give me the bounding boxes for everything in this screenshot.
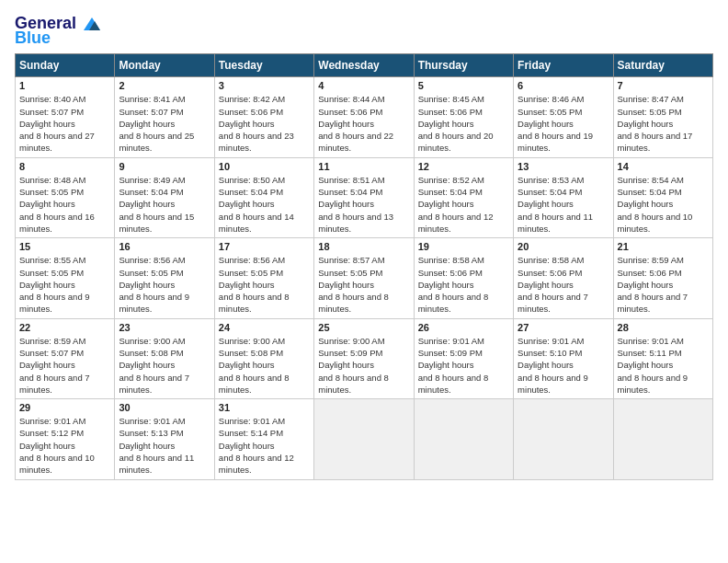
- calendar-cell: 3 Sunrise: 8:42 AMSunset: 5:06 PMDayligh…: [214, 77, 313, 157]
- day-header-sunday: Sunday: [16, 54, 115, 77]
- cell-text: Sunrise: 8:48 AMSunset: 5:05 PMDaylight …: [19, 175, 95, 234]
- calendar-cell: 9 Sunrise: 8:49 AMSunset: 5:04 PMDayligh…: [115, 157, 214, 237]
- day-number: 27: [518, 322, 609, 333]
- calendar-cell: 28 Sunrise: 9:01 AMSunset: 5:11 PMDaylig…: [613, 318, 712, 398]
- cell-text: Sunrise: 9:01 AMSunset: 5:13 PMDaylight …: [119, 416, 194, 475]
- logo-blue: Blue: [15, 29, 51, 48]
- cell-text: Sunrise: 8:41 AMSunset: 5:07 PMDaylight …: [119, 94, 194, 153]
- calendar-week-row: 15 Sunrise: 8:55 AMSunset: 5:05 PMDaylig…: [16, 238, 713, 318]
- day-number: 2: [119, 80, 210, 91]
- day-number: 28: [618, 322, 709, 333]
- day-number: 13: [518, 161, 609, 172]
- day-number: 14: [618, 161, 709, 172]
- day-number: 5: [418, 80, 509, 91]
- cell-text: Sunrise: 8:44 AMSunset: 5:06 PMDaylight …: [318, 94, 393, 153]
- day-number: 31: [219, 402, 310, 413]
- logo: General Blue: [15, 15, 102, 48]
- cell-text: Sunrise: 8:49 AMSunset: 5:04 PMDaylight …: [119, 175, 194, 234]
- day-header-wednesday: Wednesday: [314, 54, 414, 77]
- day-number: 15: [19, 241, 110, 252]
- calendar-cell: 15 Sunrise: 8:55 AMSunset: 5:05 PMDaylig…: [16, 238, 115, 318]
- day-number: 29: [19, 402, 110, 413]
- day-header-thursday: Thursday: [414, 54, 513, 77]
- calendar-cell: 30 Sunrise: 9:01 AMSunset: 5:13 PMDaylig…: [115, 399, 214, 479]
- cell-text: Sunrise: 8:58 AMSunset: 5:06 PMDaylight …: [518, 255, 588, 314]
- day-header-friday: Friday: [514, 54, 613, 77]
- cell-text: Sunrise: 9:01 AMSunset: 5:10 PMDaylight …: [518, 336, 588, 395]
- day-number: 11: [318, 161, 409, 172]
- calendar-cell: 22 Sunrise: 8:59 AMSunset: 5:07 PMDaylig…: [16, 318, 115, 398]
- calendar-week-row: 29 Sunrise: 9:01 AMSunset: 5:12 PMDaylig…: [16, 399, 713, 479]
- cell-text: Sunrise: 8:59 AMSunset: 5:07 PMDaylight …: [19, 336, 90, 395]
- calendar-body: 1 Sunrise: 8:40 AMSunset: 5:07 PMDayligh…: [16, 77, 713, 479]
- calendar-cell: 29 Sunrise: 9:01 AMSunset: 5:12 PMDaylig…: [16, 399, 115, 479]
- calendar-cell: 18 Sunrise: 8:57 AMSunset: 5:05 PMDaylig…: [314, 238, 414, 318]
- cell-text: Sunrise: 8:40 AMSunset: 5:07 PMDaylight …: [19, 94, 95, 153]
- cell-text: Sunrise: 8:50 AMSunset: 5:04 PMDaylight …: [219, 175, 294, 234]
- day-number: 17: [219, 241, 310, 252]
- cell-text: Sunrise: 9:01 AMSunset: 5:09 PMDaylight …: [418, 336, 489, 395]
- day-number: 19: [418, 241, 509, 252]
- calendar-cell: [613, 399, 712, 479]
- calendar-cell: 11 Sunrise: 8:51 AMSunset: 5:04 PMDaylig…: [314, 157, 414, 237]
- calendar-cell: 14 Sunrise: 8:54 AMSunset: 5:04 PMDaylig…: [613, 157, 712, 237]
- calendar-cell: 13 Sunrise: 8:53 AMSunset: 5:04 PMDaylig…: [514, 157, 613, 237]
- day-number: 22: [19, 322, 110, 333]
- calendar-cell: 26 Sunrise: 9:01 AMSunset: 5:09 PMDaylig…: [414, 318, 513, 398]
- day-number: 8: [19, 161, 110, 172]
- calendar-cell: 24 Sunrise: 9:00 AMSunset: 5:08 PMDaylig…: [214, 318, 313, 398]
- cell-text: Sunrise: 8:47 AMSunset: 5:05 PMDaylight …: [618, 94, 693, 153]
- calendar-header-row: SundayMondayTuesdayWednesdayThursdayFrid…: [16, 54, 713, 77]
- calendar-cell: 7 Sunrise: 8:47 AMSunset: 5:05 PMDayligh…: [613, 77, 712, 157]
- calendar-cell: 27 Sunrise: 9:01 AMSunset: 5:10 PMDaylig…: [514, 318, 613, 398]
- calendar-cell: 2 Sunrise: 8:41 AMSunset: 5:07 PMDayligh…: [115, 77, 214, 157]
- cell-text: Sunrise: 8:54 AMSunset: 5:04 PMDaylight …: [618, 175, 693, 234]
- cell-text: Sunrise: 9:01 AMSunset: 5:12 PMDaylight …: [19, 416, 95, 475]
- day-number: 1: [19, 80, 110, 91]
- day-number: 26: [418, 322, 509, 333]
- day-number: 4: [318, 80, 409, 91]
- day-number: 3: [219, 80, 310, 91]
- cell-text: Sunrise: 8:46 AMSunset: 5:05 PMDaylight …: [518, 94, 593, 153]
- cell-text: Sunrise: 8:45 AMSunset: 5:06 PMDaylight …: [418, 94, 494, 153]
- cell-text: Sunrise: 8:52 AMSunset: 5:04 PMDaylight …: [418, 175, 494, 234]
- calendar-cell: 19 Sunrise: 8:58 AMSunset: 5:06 PMDaylig…: [414, 238, 513, 318]
- calendar-cell: 12 Sunrise: 8:52 AMSunset: 5:04 PMDaylig…: [414, 157, 513, 237]
- cell-text: Sunrise: 8:57 AMSunset: 5:05 PMDaylight …: [318, 255, 389, 314]
- day-number: 16: [119, 241, 210, 252]
- day-header-tuesday: Tuesday: [214, 54, 313, 77]
- day-header-saturday: Saturday: [613, 54, 712, 77]
- calendar-cell: 5 Sunrise: 8:45 AMSunset: 5:06 PMDayligh…: [414, 77, 513, 157]
- day-number: 21: [618, 241, 709, 252]
- calendar-cell: 16 Sunrise: 8:56 AMSunset: 5:05 PMDaylig…: [115, 238, 214, 318]
- cell-text: Sunrise: 8:56 AMSunset: 5:05 PMDaylight …: [119, 255, 189, 314]
- day-number: 24: [219, 322, 310, 333]
- calendar-cell: 1 Sunrise: 8:40 AMSunset: 5:07 PMDayligh…: [16, 77, 115, 157]
- cell-text: Sunrise: 8:42 AMSunset: 5:06 PMDaylight …: [219, 94, 294, 153]
- cell-text: Sunrise: 9:00 AMSunset: 5:08 PMDaylight …: [119, 336, 189, 395]
- day-number: 12: [418, 161, 509, 172]
- day-number: 25: [318, 322, 409, 333]
- calendar-cell: 31 Sunrise: 9:01 AMSunset: 5:14 PMDaylig…: [214, 399, 313, 479]
- calendar-week-row: 8 Sunrise: 8:48 AMSunset: 5:05 PMDayligh…: [16, 157, 713, 237]
- calendar-cell: 20 Sunrise: 8:58 AMSunset: 5:06 PMDaylig…: [514, 238, 613, 318]
- calendar-container: General Blue SundayMondayTuesdayWednesda…: [0, 0, 728, 563]
- header: General Blue: [15, 15, 713, 48]
- cell-text: Sunrise: 8:51 AMSunset: 5:04 PMDaylight …: [318, 175, 393, 234]
- day-number: 9: [119, 161, 210, 172]
- day-header-monday: Monday: [115, 54, 214, 77]
- calendar-cell: 6 Sunrise: 8:46 AMSunset: 5:05 PMDayligh…: [514, 77, 613, 157]
- day-number: 10: [219, 161, 310, 172]
- day-number: 20: [518, 241, 609, 252]
- day-number: 23: [119, 322, 210, 333]
- calendar-cell: 23 Sunrise: 9:00 AMSunset: 5:08 PMDaylig…: [115, 318, 214, 398]
- calendar-cell: 10 Sunrise: 8:50 AMSunset: 5:04 PMDaylig…: [214, 157, 313, 237]
- cell-text: Sunrise: 9:00 AMSunset: 5:08 PMDaylight …: [219, 336, 290, 395]
- calendar-cell: [314, 399, 414, 479]
- cell-text: Sunrise: 8:53 AMSunset: 5:04 PMDaylight …: [518, 175, 593, 234]
- calendar-week-row: 1 Sunrise: 8:40 AMSunset: 5:07 PMDayligh…: [16, 77, 713, 157]
- day-number: 7: [618, 80, 709, 91]
- calendar-cell: [514, 399, 613, 479]
- logo-icon: [82, 16, 102, 32]
- day-number: 18: [318, 241, 409, 252]
